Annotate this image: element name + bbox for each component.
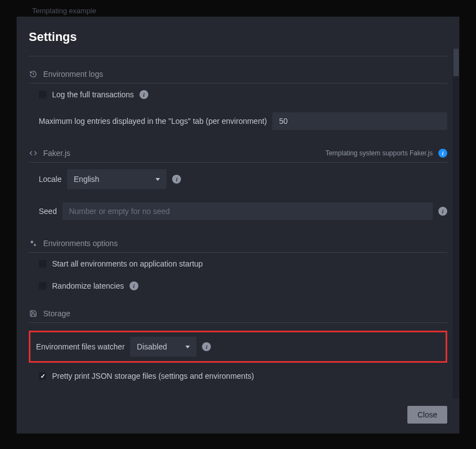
seed-label: Seed — [39, 207, 57, 216]
start-all-label: Start all environments on application st… — [52, 259, 203, 268]
save-icon — [29, 309, 38, 318]
seed-input[interactable] — [63, 202, 433, 220]
section-title: Storage — [43, 309, 70, 318]
info-icon[interactable]: i — [139, 90, 148, 99]
start-all-row: Start all environments on application st… — [29, 253, 447, 275]
svg-line-1 — [33, 74, 34, 75]
info-icon[interactable]: i — [172, 175, 181, 184]
log-full-transactions-label: Log the full transactions — [52, 90, 134, 99]
close-button[interactable]: Close — [407, 406, 447, 424]
section-fakerjs: Faker.js Templating system supports Fake… — [29, 144, 447, 163]
files-watcher-select[interactable]: Disabled — [130, 337, 196, 357]
files-watcher-label: Environment files watcher — [36, 342, 125, 351]
chevron-down-icon — [156, 178, 160, 181]
code-icon — [29, 149, 38, 158]
modal-title: Settings — [29, 30, 447, 44]
section-environments-options: Environments options — [29, 234, 447, 253]
section-title: Environment logs — [43, 70, 103, 79]
storage-highlight: Environment files watcher Disabled i — [29, 331, 447, 363]
info-icon[interactable]: i — [130, 281, 138, 290]
seed-row: Seed i — [29, 196, 447, 227]
log-full-transactions-row: Log the full transactions i — [29, 83, 447, 106]
svg-point-3 — [34, 244, 36, 246]
gears-icon — [29, 239, 38, 248]
info-icon[interactable]: i — [202, 342, 211, 351]
svg-point-2 — [30, 241, 33, 243]
locale-row: Locale English i — [29, 163, 447, 196]
settings-modal: Settings Environment logs Log the full t… — [17, 17, 459, 434]
modal-footer: Close — [17, 397, 459, 434]
randomize-latencies-row: Randomize latencies i — [29, 275, 447, 297]
section-storage: Storage — [29, 305, 447, 323]
pretty-print-checkbox[interactable] — [39, 372, 46, 380]
history-icon — [29, 70, 38, 79]
max-log-entries-row: Maximum log entries displayed in the "Lo… — [29, 106, 447, 137]
randomize-latencies-checkbox[interactable] — [39, 282, 46, 290]
max-log-input[interactable] — [272, 112, 447, 130]
locale-select[interactable]: English — [67, 169, 167, 189]
faker-supports-label: Templating system supports Faker.js — [325, 149, 433, 157]
files-watcher-value: Disabled — [137, 342, 167, 351]
backdrop-tab-label: Templating example — [32, 7, 96, 15]
modal-body: Environment logs Log the full transactio… — [17, 51, 459, 397]
log-full-transactions-checkbox[interactable] — [39, 91, 46, 98]
previous-section-cutoff — [29, 51, 447, 56]
pretty-print-row: Pretty print JSON storage files (setting… — [29, 365, 447, 387]
info-icon[interactable]: i — [438, 207, 447, 216]
modal-header: Settings — [17, 17, 459, 51]
locale-label: Locale — [39, 175, 61, 184]
scrollbar-track[interactable] — [453, 49, 459, 398]
chevron-down-icon — [185, 346, 190, 348]
max-log-label: Maximum log entries displayed in the "Lo… — [39, 117, 267, 126]
pretty-print-label: Pretty print JSON storage files (setting… — [52, 372, 254, 380]
info-icon[interactable]: i — [438, 149, 447, 158]
section-title: Faker.js — [43, 149, 70, 158]
start-all-checkbox[interactable] — [39, 260, 46, 268]
locale-value: English — [74, 175, 99, 184]
section-environment-logs: Environment logs — [29, 65, 447, 83]
section-title: Environments options — [43, 239, 118, 248]
scrollbar-thumb[interactable] — [453, 49, 459, 76]
randomize-label: Randomize latencies — [52, 281, 124, 290]
